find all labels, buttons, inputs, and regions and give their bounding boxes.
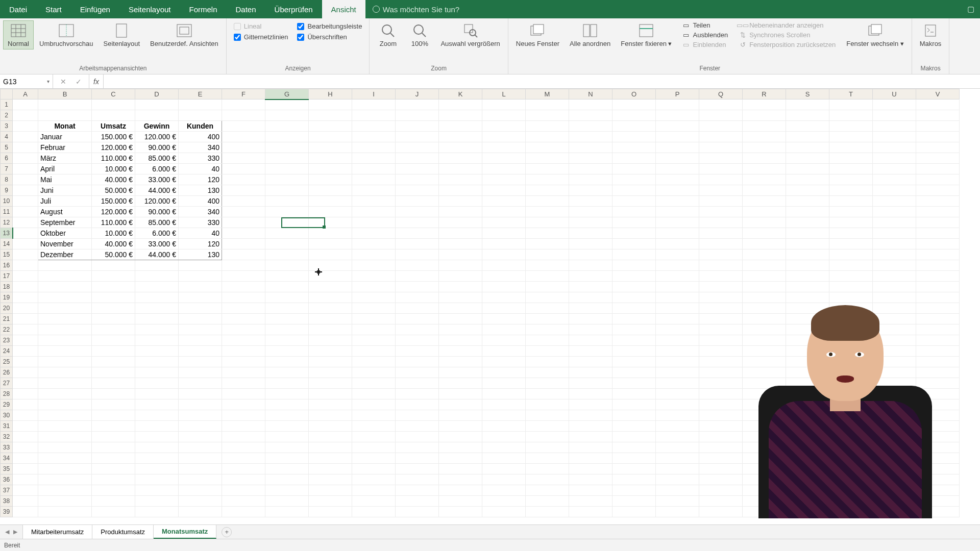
cell-L38[interactable] <box>482 496 526 507</box>
cell-N34[interactable] <box>569 453 612 464</box>
row-header-1[interactable]: 1 <box>1 99 13 110</box>
cell-J5[interactable] <box>396 142 439 153</box>
cell-R4[interactable] <box>743 132 786 142</box>
cell-N23[interactable] <box>569 335 612 346</box>
cell-F39[interactable] <box>222 507 265 517</box>
cell-E10[interactable]: 400 <box>179 196 222 207</box>
cell-S6[interactable] <box>786 153 829 164</box>
cell-U7[interactable] <box>873 164 916 174</box>
cell-A34[interactable] <box>13 453 38 464</box>
cell-H5[interactable] <box>309 142 352 153</box>
cell-C1[interactable] <box>92 99 135 110</box>
cell-N32[interactable] <box>569 432 612 442</box>
cell-N39[interactable] <box>569 507 612 517</box>
cell-L24[interactable] <box>482 346 526 357</box>
cell-H29[interactable] <box>309 399 352 410</box>
cell-H6[interactable] <box>309 153 352 164</box>
cell-H34[interactable] <box>309 453 352 464</box>
cell-P24[interactable] <box>656 346 699 357</box>
cell-B23[interactable] <box>38 335 92 346</box>
cell-L29[interactable] <box>482 399 526 410</box>
cell-L28[interactable] <box>482 389 526 399</box>
cell-A5[interactable] <box>13 142 38 153</box>
cell-J17[interactable] <box>396 271 439 282</box>
cell-B30[interactable] <box>38 410 92 421</box>
row-header-19[interactable]: 19 <box>1 292 13 303</box>
cell-K34[interactable] <box>439 453 482 464</box>
cell-U17[interactable] <box>873 271 916 282</box>
cell-D36[interactable] <box>135 474 179 485</box>
cell-I33[interactable] <box>352 442 396 453</box>
col-header-M[interactable]: M <box>526 89 569 99</box>
cell-B31[interactable] <box>38 421 92 432</box>
sheet-tab-0[interactable]: Mitarbeiterumsatz <box>23 525 92 539</box>
cell-G31[interactable] <box>265 421 309 432</box>
cell-E13[interactable]: 40 <box>179 228 222 239</box>
cell-H28[interactable] <box>309 389 352 399</box>
cell-A18[interactable] <box>13 282 38 292</box>
cell-N13[interactable] <box>569 228 612 239</box>
cell-G22[interactable] <box>265 324 309 335</box>
cell-J23[interactable] <box>396 335 439 346</box>
cell-D26[interactable] <box>135 367 179 378</box>
cell-H14[interactable] <box>309 239 352 249</box>
cell-H24[interactable] <box>309 346 352 357</box>
cell-S16[interactable] <box>786 260 829 271</box>
cell-F12[interactable] <box>222 217 265 228</box>
cell-A39[interactable] <box>13 507 38 517</box>
cell-F10[interactable] <box>222 196 265 207</box>
cell-I26[interactable] <box>352 367 396 378</box>
cell-N36[interactable] <box>569 474 612 485</box>
cell-S9[interactable] <box>786 185 829 196</box>
cell-A36[interactable] <box>13 474 38 485</box>
cell-G15[interactable] <box>265 249 309 260</box>
cell-N4[interactable] <box>569 132 612 142</box>
cell-T8[interactable] <box>829 174 873 185</box>
cell-S13[interactable] <box>786 228 829 239</box>
cell-H20[interactable] <box>309 303 352 314</box>
cell-P31[interactable] <box>656 421 699 432</box>
cell-F30[interactable] <box>222 410 265 421</box>
cell-G9[interactable] <box>265 185 309 196</box>
cell-F5[interactable] <box>222 142 265 153</box>
cell-B39[interactable] <box>38 507 92 517</box>
cell-A19[interactable] <box>13 292 38 303</box>
cell-H31[interactable] <box>309 421 352 432</box>
cell-P1[interactable] <box>656 99 699 110</box>
cell-C11[interactable]: 120.000 € <box>92 207 135 217</box>
freeze-panes-button[interactable]: Fenster fixieren ▾ <box>616 20 676 49</box>
cell-C35[interactable] <box>92 464 135 474</box>
cell-R2[interactable] <box>743 110 786 121</box>
cell-J7[interactable] <box>396 164 439 174</box>
cell-G11[interactable] <box>265 207 309 217</box>
cell-H16[interactable] <box>309 260 352 271</box>
cell-G8[interactable] <box>265 174 309 185</box>
cell-A32[interactable] <box>13 432 38 442</box>
cell-F26[interactable] <box>222 367 265 378</box>
cell-R7[interactable] <box>743 164 786 174</box>
cell-I18[interactable] <box>352 282 396 292</box>
cell-B20[interactable] <box>38 303 92 314</box>
row-header-20[interactable]: 20 <box>1 303 13 314</box>
cell-F14[interactable] <box>222 239 265 249</box>
cell-Q2[interactable] <box>699 110 743 121</box>
cell-V1[interactable] <box>916 99 960 110</box>
cell-U10[interactable] <box>873 196 916 207</box>
cell-O21[interactable] <box>612 314 656 324</box>
cell-E29[interactable] <box>179 399 222 410</box>
cell-H37[interactable] <box>309 485 352 496</box>
cell-M27[interactable] <box>526 378 569 389</box>
cell-M37[interactable] <box>526 485 569 496</box>
cell-V4[interactable] <box>916 132 960 142</box>
cell-O11[interactable] <box>612 207 656 217</box>
cell-N15[interactable] <box>569 249 612 260</box>
cell-P37[interactable] <box>656 485 699 496</box>
cell-H3[interactable] <box>309 121 352 132</box>
cell-S10[interactable] <box>786 196 829 207</box>
cell-P9[interactable] <box>656 185 699 196</box>
cell-L33[interactable] <box>482 442 526 453</box>
cell-J38[interactable] <box>396 496 439 507</box>
cell-I2[interactable] <box>352 110 396 121</box>
cell-M2[interactable] <box>526 110 569 121</box>
cell-E23[interactable] <box>179 335 222 346</box>
